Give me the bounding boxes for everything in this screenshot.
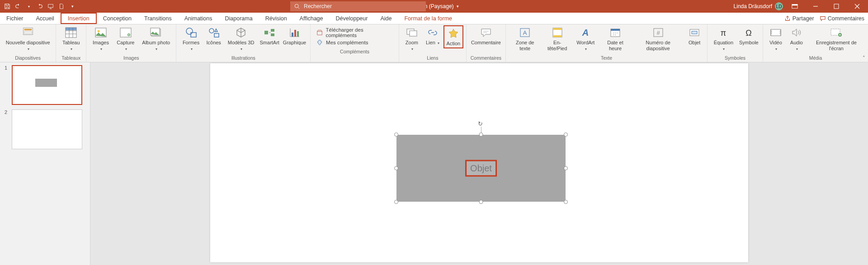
link-button[interactable]: Lien (423, 25, 443, 47)
rotation-handle-icon[interactable]: ↻ (478, 120, 484, 127)
svg-rect-26 (317, 31, 322, 35)
resize-handle-s[interactable] (479, 200, 483, 204)
screenshot-icon (119, 26, 132, 39)
resize-handle-w[interactable] (394, 166, 398, 170)
tab-format-forme[interactable]: Format de la forme (398, 13, 458, 24)
svg-rect-20 (264, 31, 268, 34)
group-liens: Zoom Lien Action Liens (399, 24, 467, 62)
svg-rect-9 (66, 28, 76, 30)
tab-diaporama[interactable]: Diaporama (219, 13, 259, 24)
action-button[interactable]: Action (443, 25, 463, 48)
tab-animations[interactable]: Animations (178, 13, 219, 24)
resize-handle-e[interactable] (564, 166, 568, 170)
table-button[interactable]: Tableau (59, 25, 83, 52)
audio-button[interactable]: Audio (787, 25, 807, 52)
smartart-button[interactable]: SmartArt (258, 25, 281, 47)
ribbon: Nouvelle diapositive Diapositives Tablea… (0, 24, 868, 62)
screen-recording-button[interactable]: Enregistrement de l'écran (807, 25, 865, 52)
svg-rect-43 (771, 29, 781, 36)
user-name-label[interactable]: Linda Dräusdorf (734, 3, 772, 9)
zoom-icon (406, 26, 418, 39)
slide-thumbnail-2[interactable] (12, 109, 82, 149)
user-avatar[interactable]: LD (775, 2, 783, 10)
selected-shape[interactable]: ↻ Objet (396, 135, 566, 202)
resize-handle-n[interactable] (479, 132, 483, 137)
my-addins-button[interactable]: Mes compléments (316, 39, 393, 46)
tab-insertion[interactable]: Insertion (61, 13, 97, 24)
comment-bubble-icon (480, 26, 492, 39)
screenshot-button[interactable]: Capture (113, 25, 138, 52)
search-icon (294, 3, 300, 9)
chart-button[interactable]: Graphique (282, 25, 307, 47)
wordart-icon: A (579, 26, 592, 39)
share-button[interactable]: Partager (784, 15, 814, 22)
resize-handle-nw[interactable] (394, 132, 398, 137)
album-icon (150, 26, 162, 39)
object-button[interactable]: Objet (684, 25, 704, 47)
search-box[interactable] (290, 1, 426, 11)
collapse-ribbon-icon[interactable]: ˄ (863, 55, 865, 61)
svg-point-11 (97, 30, 99, 33)
undo-icon[interactable] (14, 3, 22, 10)
equation-icon: π (717, 26, 730, 39)
video-button[interactable]: Vidéo (766, 25, 786, 52)
object-placeholder-label[interactable]: Objet (465, 160, 497, 177)
comment-icon (820, 15, 826, 22)
symbol-button[interactable]: Ω Symbole (738, 25, 760, 47)
object-icon (688, 26, 701, 39)
tab-aide[interactable]: Aide (374, 13, 398, 24)
comment-button[interactable]: Commentaire (469, 25, 503, 47)
slideshow-icon[interactable] (47, 3, 54, 10)
tab-accueil[interactable]: Accueil (30, 13, 61, 24)
group-images: Images Capture Album photo Images (86, 24, 176, 62)
title-dropdown-icon[interactable]: ▾ (457, 4, 459, 9)
resize-handle-se[interactable] (564, 200, 568, 204)
tab-revision[interactable]: Révision (259, 13, 293, 24)
tab-developpeur[interactable]: Développeur (330, 13, 374, 24)
images-button[interactable]: Images (89, 25, 112, 52)
content-area: 1 2 ↻ Objet (0, 62, 868, 265)
comments-button[interactable]: Commentaires (820, 15, 864, 22)
get-addins-button[interactable]: Télécharger des compléments (316, 27, 393, 38)
title-bar: ▾ ▾ Présentation (Paysage) ▾ Linda Dräus… (0, 0, 868, 13)
new-slide-button[interactable]: Nouvelle diapositive (3, 25, 53, 52)
equation-button[interactable]: π Équation (710, 25, 737, 52)
wordart-button[interactable]: A WordArt (573, 25, 598, 52)
qat-customize-icon[interactable]: ▾ (69, 3, 76, 10)
shapes-button[interactable]: Formes (179, 25, 203, 52)
zoom-button[interactable]: Zoom (402, 25, 422, 52)
resize-handle-sw[interactable] (394, 200, 398, 204)
group-label-symboles: Symboles (725, 54, 745, 62)
tab-transitions[interactable]: Transitions (138, 13, 178, 24)
undo-dropdown-icon[interactable]: ▾ (25, 3, 33, 10)
photo-album-button[interactable]: Album photo (139, 25, 173, 52)
header-footer-icon (551, 26, 564, 39)
group-label-complements: Compléments (340, 48, 369, 56)
tab-conception[interactable]: Conception (97, 13, 138, 24)
slide-thumbnail-1[interactable] (12, 65, 82, 105)
slide-canvas[interactable]: ↻ Objet (210, 63, 748, 262)
save-icon[interactable] (4, 3, 11, 10)
search-input[interactable] (304, 3, 422, 9)
3d-models-button[interactable]: Modèles 3D (225, 25, 258, 52)
tab-affichage[interactable]: Affichage (293, 13, 330, 24)
svg-text:Ω: Ω (746, 28, 752, 38)
icons-button[interactable]: Icônes (204, 25, 224, 47)
minimize-icon[interactable] (807, 0, 825, 13)
thumb-number-2: 2 (5, 109, 9, 149)
quick-access-toolbar: ▾ ▾ (0, 3, 80, 10)
close-icon[interactable] (848, 0, 866, 13)
ribbon-display-options-icon[interactable] (786, 0, 804, 13)
tab-fichier[interactable]: Fichier (0, 13, 30, 24)
header-footer-button[interactable]: En-tête/Pied (542, 25, 572, 52)
slide-number-button[interactable]: # Numéro de diapositive (632, 25, 684, 52)
group-label-images: Images (123, 54, 139, 62)
date-time-button[interactable]: Date et heure (599, 25, 632, 52)
new-file-icon[interactable] (58, 3, 65, 10)
text-box-button[interactable]: A Zone de texte (509, 25, 542, 52)
svg-rect-28 (410, 31, 417, 36)
resize-handle-ne[interactable] (564, 132, 568, 137)
redo-icon[interactable] (36, 3, 43, 10)
maximize-icon[interactable] (827, 0, 845, 13)
slide-editor-area[interactable]: ↻ Objet (90, 62, 868, 265)
